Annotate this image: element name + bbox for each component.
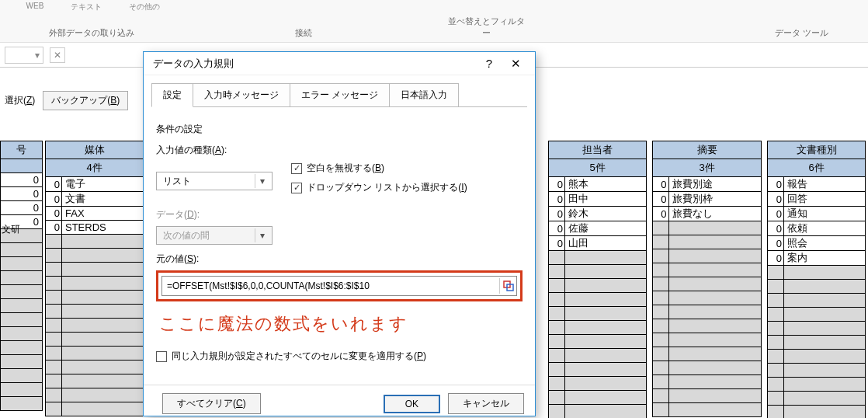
chevron-down-icon: ▾ [255, 174, 269, 188]
col-header: 媒体 [46, 141, 144, 159]
tab-ime[interactable]: 日本語入力 [389, 83, 459, 107]
ignore-blank-label: 空白を無視する(B) [307, 162, 384, 175]
chevron-down-icon: ▾ [255, 228, 269, 242]
data-value: 次の値の間 [163, 229, 210, 242]
ok-button[interactable]: OK [384, 395, 440, 413]
table-row: 0回答 [768, 192, 866, 207]
select-label: 選択(Z) [5, 94, 35, 107]
table-row: 0熊本 [549, 177, 647, 192]
table-doc-type: 文書種別 6件 0報告 0回答 0通知 0依頼 0照会 0案内 [767, 141, 866, 418]
col-header: 文書種別 [768, 141, 866, 159]
allow-select[interactable]: リスト ▾ [156, 172, 273, 190]
table-row: 0旅費別枠 [653, 192, 762, 207]
ribbon-hint: その他の [129, 2, 160, 12]
help-button[interactable]: ? [476, 57, 502, 70]
name-box-dropdown[interactable]: ▾ [5, 47, 43, 64]
col-count: 6件 [768, 159, 866, 177]
dropdown-label: ドロップダウン リストから選択する(I) [307, 181, 467, 194]
close-button[interactable]: ✕ [502, 57, 529, 71]
backup-button[interactable]: バックアップ(B) [43, 91, 128, 110]
data-validation-dialog: データの入力規則 ? ✕ 設定 入力時メッセージ エラー メッセージ 日本語入力… [143, 51, 536, 416]
dialog-titlebar[interactable]: データの入力規則 ? ✕ [144, 52, 535, 75]
table-fragment-left: 号 0 0 0 0 [0, 141, 43, 411]
table-staff: 担当者 5件 0熊本 0田中 0鈴木 0佐藤 0山田 [548, 141, 647, 418]
source-label: 元の値(S): [156, 253, 523, 266]
ignore-blank-checkbox[interactable]: ✓ [291, 163, 302, 174]
source-input[interactable] [162, 280, 499, 291]
clear-all-button[interactable]: すべてクリア(C) [162, 393, 261, 414]
source-highlight [156, 270, 523, 301]
dropdown-checkbox[interactable]: ✓ [291, 183, 302, 193]
col-header: 号 [1, 141, 43, 159]
table-summary: 摘要 3件 0旅費別途 0旅費別枠 0旅費なし [652, 141, 762, 417]
ribbon-group-data-tools: データ ツール [773, 27, 829, 39]
col-header: 摘要 [653, 141, 762, 159]
table-row: 0案内 [768, 251, 866, 266]
annotation-text: ここに魔法の数式をいれます [159, 312, 523, 336]
table-media: 媒体 4件 0電子 0文書 0FAX 0STERDS [45, 141, 144, 416]
table-row: 0文書 [46, 192, 144, 207]
ribbon: WEB テキスト その他の 外部データの取り込み 接続 並べ替えとフィルター デ… [0, 0, 868, 43]
apply-all-checkbox[interactable] [156, 351, 167, 362]
table-row: 0山田 [549, 236, 647, 251]
col-header: 担当者 [549, 141, 647, 159]
data-label: データ(D): [156, 208, 523, 221]
allow-value: リスト [163, 175, 191, 188]
allow-label: 入力値の種類(A): [156, 144, 523, 157]
ribbon-group-external-data: 外部データの取り込み [39, 27, 144, 39]
data-select: 次の値の間 ▾ [156, 226, 273, 245]
col-count: 3件 [653, 159, 762, 177]
table-row: 0鈴木 [549, 207, 647, 221]
ribbon-hint: WEB [26, 2, 44, 12]
table-row: 0佐藤 [549, 221, 647, 236]
table-row: 0旅費別途 [653, 177, 762, 192]
table-row: 0通知 [768, 207, 866, 221]
section-title: 条件の設定 [156, 123, 523, 136]
table-row: 0照会 [768, 236, 866, 251]
table-row: 0旅費なし [653, 207, 762, 221]
table-row: 0電子 [46, 177, 144, 192]
col-count: 5件 [549, 159, 647, 177]
cancel-button[interactable]: キャンセル [448, 393, 524, 414]
cancel-icon[interactable]: ✕ [50, 47, 65, 63]
tab-error-message[interactable]: エラー メッセージ [290, 83, 390, 107]
dialog-title: データの入力規則 [153, 57, 476, 71]
tab-settings[interactable]: 設定 [151, 83, 193, 107]
table-row: 0報告 [768, 177, 866, 192]
table-row: 0依頼 [768, 221, 866, 236]
table-row: 0STERDS [46, 221, 144, 235]
leftfrag-label: 文研 [2, 223, 20, 236]
apply-all-label: 同じ入力規則が設定されたすべてのセルに変更を適用する(P) [172, 350, 426, 363]
table-row: 0田中 [549, 192, 647, 207]
table-row: 0FAX [46, 207, 144, 221]
tab-input-message[interactable]: 入力時メッセージ [193, 83, 290, 107]
range-picker-icon[interactable] [499, 278, 516, 294]
dialog-tabs: 設定 入力時メッセージ エラー メッセージ 日本語入力 [151, 83, 527, 107]
ribbon-group-connections: 接続 [284, 27, 323, 39]
col-count: 4件 [46, 159, 144, 177]
ribbon-group-sort-filter: 並べ替えとフィルター [447, 16, 525, 39]
ribbon-hint: テキスト [71, 2, 102, 12]
